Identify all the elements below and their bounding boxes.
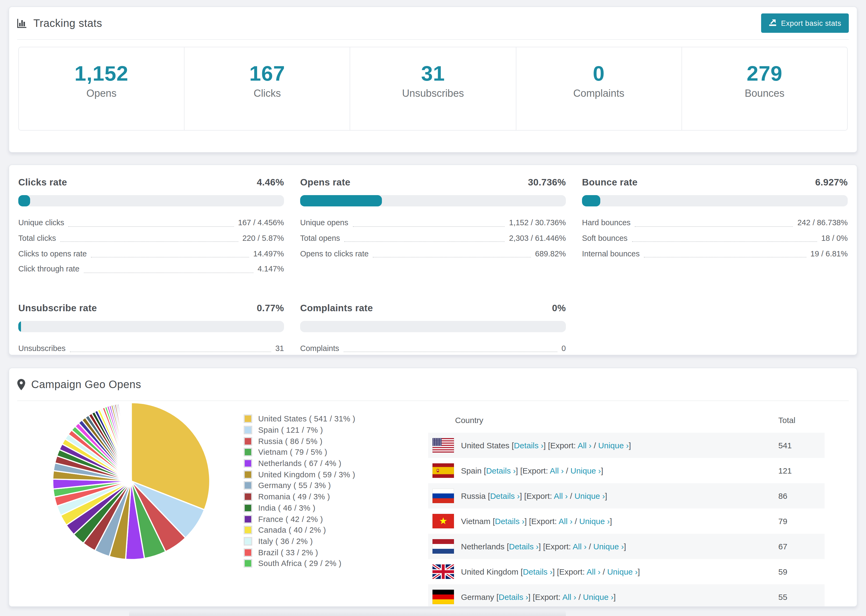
ru-flag-icon	[433, 489, 454, 503]
details-link[interactable]: Details ›	[509, 542, 538, 551]
legend-label: Netherlands ( 67 / 4% )	[258, 459, 341, 468]
rate-stat-row: Unsubscribes31	[18, 341, 284, 356]
dotted-leader	[635, 225, 793, 226]
rate-value: 6.927%	[815, 177, 848, 188]
export-unique-link[interactable]: Unique ›	[579, 517, 610, 526]
legend-item[interactable]: Canada ( 40 / 2% )	[244, 525, 355, 536]
rate-stat-label: Total clicks	[18, 234, 56, 242]
legend-item[interactable]: India ( 46 / 3% )	[244, 502, 355, 513]
legend-item[interactable]: France ( 42 / 2% )	[244, 513, 355, 524]
rates-grid: Clicks rate4.46%Unique clicks167 / 4.456…	[18, 171, 848, 356]
rate-stat-row: Unique clicks167 / 4.456%	[18, 215, 284, 230]
geo-title-wrap: Campaign Geo Opens	[17, 378, 141, 391]
country-cell: Russia [Details ›] [Export: All › / Uniq…	[428, 489, 778, 503]
stat-value: 279	[682, 61, 847, 86]
details-link[interactable]: Details ›	[499, 592, 528, 602]
export-all-link[interactable]: All ›	[554, 491, 568, 500]
geo-table-row-us: United States [Details ›] [Export: All ›…	[428, 433, 825, 458]
rate-stat-row: Total opens2,303 / 61.446%	[300, 230, 566, 246]
summary-stat-complaints: 0Complaints	[516, 47, 681, 130]
export-unique-link[interactable]: Unique ›	[583, 592, 614, 602]
export-all-link[interactable]: All ›	[573, 542, 587, 551]
country-links: Vietnam [Details ›] [Export: All › / Uni…	[461, 517, 612, 526]
dotted-leader	[60, 241, 238, 242]
table-body: United States [Details ›] [Export: All ›…	[428, 433, 825, 607]
total-cell: 541	[778, 441, 825, 450]
legend-label: Romania ( 49 / 3% )	[258, 492, 330, 501]
rate-stat-value: 19 / 6.81%	[810, 249, 848, 258]
export-all-link[interactable]: All ›	[550, 466, 564, 475]
rate-progress-bar	[18, 195, 284, 206]
rate-value: 4.46%	[257, 177, 284, 188]
nl-flag-icon	[433, 539, 454, 554]
country-links: Russia [Details ›] [Export: All › / Uniq…	[461, 491, 607, 500]
rate-title: Clicks rate	[18, 177, 67, 188]
details-link[interactable]: Details ›	[523, 567, 553, 576]
export-unique-link[interactable]: Unique ›	[598, 441, 628, 450]
summary-stat-bounces: 279Bounces	[682, 47, 847, 130]
country-links: United States [Details ›] [Export: All ›…	[461, 441, 631, 450]
export-unique-link[interactable]: Unique ›	[575, 491, 605, 500]
details-link[interactable]: Details ›	[495, 517, 524, 526]
legend-label: India ( 46 / 3% )	[258, 504, 315, 512]
rate-title: Complaints rate	[300, 303, 373, 314]
export-unique-link[interactable]: Unique ›	[570, 466, 601, 475]
export-all-link[interactable]: All ›	[559, 517, 573, 526]
rate-progress-fill	[18, 321, 21, 332]
legend-swatch	[244, 415, 252, 423]
legend-swatch	[244, 537, 252, 545]
export-all-link[interactable]: All ›	[578, 441, 592, 450]
rate-stat-value: 31	[276, 344, 284, 353]
rate-title: Unsubscribe rate	[18, 303, 97, 314]
summary-stat-opens: 1,152Opens	[19, 47, 184, 130]
legend-label: Canada ( 40 / 2% )	[258, 526, 326, 534]
pie-slice[interactable]	[131, 402, 131, 481]
stat-value: 0	[516, 61, 681, 86]
country-name: Spain	[461, 466, 482, 475]
legend-item[interactable]: South Africa ( 29 / 2% )	[244, 558, 355, 569]
legend-label: France ( 42 / 2% )	[258, 515, 323, 523]
table-header-row: Country Total	[428, 407, 825, 433]
stat-label: Complaints	[516, 88, 681, 99]
country-name: Netherlands	[461, 542, 505, 551]
legend-item[interactable]: Russia ( 86 / 5% )	[244, 436, 355, 447]
export-unique-link[interactable]: Unique ›	[607, 567, 638, 576]
export-all-link[interactable]: All ›	[562, 592, 576, 602]
legend-item[interactable]: Brazil ( 33 / 2% )	[244, 547, 355, 558]
stat-value: 1,152	[19, 61, 184, 86]
rate-progress-bar	[582, 195, 848, 206]
rate-stat-value: 1,152 / 30.736%	[509, 218, 566, 227]
export-all-link[interactable]: All ›	[587, 567, 601, 576]
export-unique-link[interactable]: Unique ›	[593, 542, 624, 551]
legend-item[interactable]: United Kingdom ( 59 / 3% )	[244, 469, 355, 480]
legend-item[interactable]: Netherlands ( 67 / 4% )	[244, 458, 355, 469]
geo-table-row-ru: Russia [Details ›] [Export: All › / Uniq…	[428, 483, 825, 509]
summary-stat-unsubscribes: 31Unsubscribes	[350, 47, 516, 130]
details-link[interactable]: Details ›	[514, 441, 543, 450]
dotted-leader	[91, 256, 249, 258]
export-prefix: Export:	[526, 491, 552, 500]
legend-swatch	[244, 515, 252, 523]
legend-label: Vietnam ( 79 / 5% )	[258, 448, 327, 457]
rate-stat-label: Clicks to opens rate	[18, 249, 87, 258]
legend-item[interactable]: United States ( 541 / 31% )	[244, 413, 355, 424]
details-link[interactable]: Details ›	[486, 466, 516, 475]
rate-stat-row: Internal bounces19 / 6.81%	[582, 246, 848, 261]
campaign-geo-opens-card: Campaign Geo Opens United States ( 541 /…	[9, 368, 857, 607]
rate-progress-bar	[18, 321, 284, 332]
dotted-leader	[344, 241, 505, 242]
legend-item[interactable]: Vietnam ( 79 / 5% )	[244, 447, 355, 458]
legend-item[interactable]: Spain ( 121 / 7% )	[244, 424, 355, 435]
export-prefix: Export:	[545, 542, 571, 551]
total-cell: 67	[778, 542, 825, 551]
legend-swatch	[244, 437, 252, 445]
legend-item[interactable]: Romania ( 49 / 3% )	[244, 491, 355, 502]
details-link[interactable]: Details ›	[490, 491, 520, 500]
bar-chart-icon	[17, 18, 27, 28]
country-name: United States	[461, 441, 509, 450]
rate-block-unsubscribe-rate: Unsubscribe rate0.77%Unsubscribes31	[18, 297, 284, 356]
export-basic-stats-button[interactable]: Export basic stats	[761, 13, 849, 33]
legend-item[interactable]: Germany ( 55 / 3% )	[244, 480, 355, 491]
rate-stat-value: 167 / 4.456%	[238, 218, 284, 227]
legend-item[interactable]: Italy ( 36 / 2% )	[244, 536, 355, 547]
